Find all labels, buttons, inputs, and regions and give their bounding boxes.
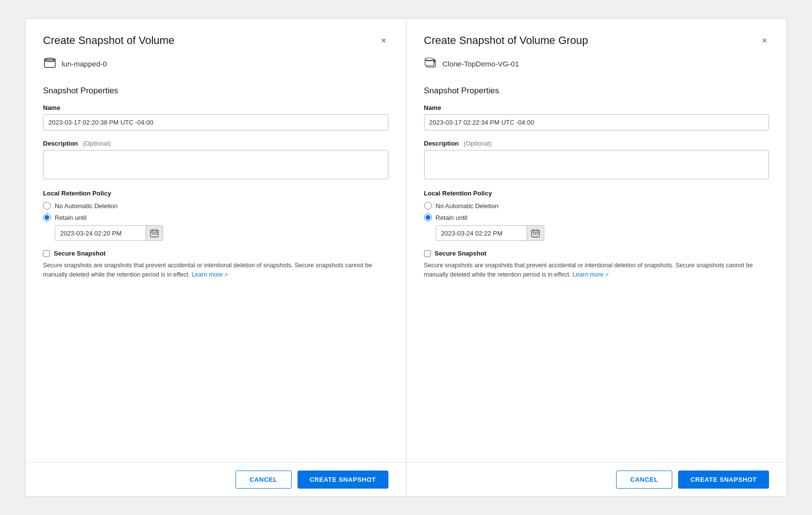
left-calendar-icon [150,229,159,237]
right-close-icon: × [762,36,767,45]
left-close-button[interactable]: × [379,34,388,47]
left-close-icon: × [381,36,386,45]
page-wrapper: Create Snapshot of Volume × lun-mapped-0… [0,0,812,515]
right-retain-until-row: Retain until [424,214,769,221]
left-dialog-footer: CANCEL CREATE SNAPSHOT [25,462,406,496]
right-description-input[interactable] [424,150,769,179]
left-dialog-panel: Create Snapshot of Volume × lun-mapped-0… [25,19,406,496]
right-learn-more-link[interactable]: Learn more↗︎ [573,271,609,278]
right-name-input[interactable] [424,114,769,130]
right-calendar-button[interactable] [527,226,544,240]
left-retention-section: Local Retention Policy No Automatic Dele… [43,190,388,241]
left-secure-description: Secure snapshots are snapshots that prev… [43,261,388,279]
right-cancel-button[interactable]: CANCEL [616,471,672,489]
right-close-button[interactable]: × [760,34,769,47]
right-calendar-icon [531,229,540,237]
left-description-optional: (Optional) [83,140,110,147]
svg-rect-7 [152,234,153,235]
left-dialog-title: Create Snapshot of Volume [43,34,174,47]
right-no-auto-deletion-radio[interactable] [424,202,432,210]
right-secure-section: Secure Snapshot Secure snapshots are sna… [424,250,769,279]
right-description-label: Description [424,140,459,147]
right-secure-label[interactable]: Secure Snapshot [435,250,487,257]
right-retain-until-radio[interactable] [424,214,432,221]
left-secure-section: Secure Snapshot Secure snapshots are sna… [43,250,388,279]
left-calendar-button[interactable] [146,226,163,240]
left-resource-row: lun-mapped-0 [43,57,388,74]
svg-rect-21 [535,234,536,235]
right-ext-link-icon: ↗︎ [605,271,609,279]
left-ext-link-icon: ↗︎ [224,271,228,279]
left-retain-until-label[interactable]: Retain until [55,214,86,221]
right-description-field-group: Description (Optional) [424,139,769,181]
dialogs-container: Create Snapshot of Volume × lun-mapped-0… [25,18,787,497]
right-name-label: Name [424,104,441,111]
left-description-label: Description [43,140,78,147]
right-no-auto-deletion-label[interactable]: No Automatic Deletion [436,202,499,210]
right-dialog-body: Create Snapshot of Volume Group × Clo [406,19,787,462]
left-description-field-group: Description (Optional) [43,139,388,181]
right-dialog-panel: Create Snapshot of Volume Group × Clo [406,19,787,496]
left-retain-until-radio[interactable] [43,214,51,221]
left-secure-checkbox-row: Secure Snapshot [43,250,388,257]
right-secure-checkbox-row: Secure Snapshot [424,250,769,257]
right-resource-row: Clone-TopDemo-VG-01 [424,57,769,74]
left-no-auto-deletion-row: No Automatic Deletion [43,202,388,210]
right-datetime-input[interactable] [436,226,527,240]
right-section-title: Snapshot Properties [424,86,769,96]
left-resource-name: lun-mapped-0 [62,60,107,68]
right-retain-until-label[interactable]: Retain until [436,214,468,221]
left-retain-until-row: Retain until [43,214,388,221]
left-volume-icon [43,57,57,70]
left-dialog-header: Create Snapshot of Volume × [43,34,388,47]
left-no-auto-deletion-label[interactable]: No Automatic Deletion [55,202,118,210]
left-secure-checkbox[interactable] [43,250,50,257]
right-name-field-group: Name [424,104,769,130]
right-dialog-title: Create Snapshot of Volume Group [424,34,588,47]
left-dialog-body: Create Snapshot of Volume × lun-mapped-0… [25,19,406,462]
right-secure-checkbox[interactable] [424,250,431,257]
left-no-auto-deletion-radio[interactable] [43,202,51,210]
svg-rect-8 [154,234,155,235]
right-no-auto-deletion-row: No Automatic Deletion [424,202,769,210]
svg-rect-9 [156,234,157,235]
right-retention-label: Local Retention Policy [424,190,769,197]
right-resource-name: Clone-TopDemo-VG-01 [443,60,519,68]
right-volume-group-icon [424,57,438,70]
left-create-snapshot-button[interactable]: CREATE SNAPSHOT [298,471,388,489]
right-create-snapshot-button[interactable]: CREATE SNAPSHOT [678,471,769,489]
right-dialog-footer: CANCEL CREATE SNAPSHOT [406,462,787,496]
right-retention-section: Local Retention Policy No Automatic Dele… [424,190,769,241]
left-name-input[interactable] [43,114,388,130]
left-learn-more-link[interactable]: Learn more↗︎ [192,271,228,278]
svg-rect-20 [533,234,534,235]
right-datetime-row [436,225,769,241]
svg-point-14 [425,58,434,61]
right-dialog-header: Create Snapshot of Volume Group × [424,34,769,47]
left-name-label: Name [43,104,60,111]
left-datetime-input-wrap [55,225,163,241]
left-retention-label: Local Retention Policy [43,190,388,197]
right-description-optional: (Optional) [464,140,491,147]
left-cancel-button[interactable]: CANCEL [235,471,292,489]
left-name-field-group: Name [43,104,388,130]
left-datetime-input[interactable] [55,226,146,240]
svg-rect-22 [537,234,538,235]
left-section-title: Snapshot Properties [43,86,388,96]
left-secure-label[interactable]: Secure Snapshot [54,250,106,257]
left-datetime-row [55,225,388,241]
right-datetime-input-wrap [436,225,544,241]
left-description-input[interactable] [43,150,388,179]
right-secure-description: Secure snapshots are snapshots that prev… [424,261,769,279]
